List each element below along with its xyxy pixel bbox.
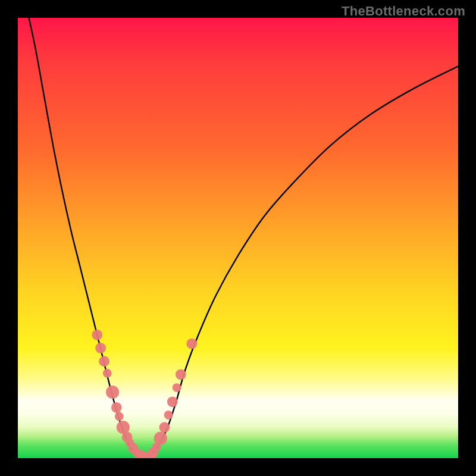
data-marker	[186, 339, 197, 349]
curve-right-curve	[146, 66, 458, 458]
data-marker	[159, 422, 170, 433]
curve-left-curve	[29, 18, 146, 458]
data-marker	[164, 411, 173, 419]
marker-layer	[92, 330, 197, 458]
data-marker	[99, 356, 109, 367]
data-marker	[176, 369, 186, 380]
curve-layer	[29, 18, 459, 458]
data-marker	[167, 396, 178, 407]
chart-svg	[18, 18, 458, 458]
watermark-text: TheBottleneck.com	[342, 4, 465, 19]
chart-frame: TheBottleneck.com	[0, 0, 476, 476]
data-marker	[92, 330, 102, 340]
data-marker	[103, 369, 112, 378]
data-marker	[154, 432, 167, 445]
data-marker	[115, 412, 124, 421]
data-marker	[173, 383, 181, 392]
plot-area	[18, 18, 458, 458]
data-marker	[111, 402, 122, 413]
data-marker	[95, 343, 106, 353]
data-marker	[106, 386, 119, 399]
